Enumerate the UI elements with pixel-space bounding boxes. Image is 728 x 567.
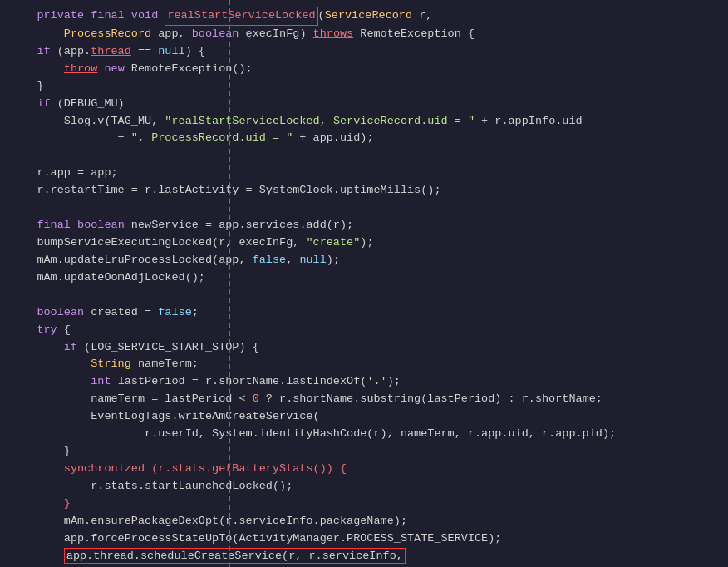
line-text: + ", ProcessRecord.uid = " + app.uid); xyxy=(10,130,718,147)
line-text: if (LOG_SERVICE_START_STOP) { xyxy=(10,339,718,357)
code-line: + ", ProcessRecord.uid = " + app.uid); xyxy=(0,130,728,147)
code-line: } xyxy=(0,78,728,96)
code-line: r.userId, System.identityHashCode(r), na… xyxy=(0,426,728,443)
code-line: try { xyxy=(0,322,728,339)
line-text: Slog.v(TAG_MU, "realStartServiceLocked, … xyxy=(10,113,718,131)
code-line xyxy=(0,200,728,217)
code-line: mAm.updateOomAdjLocked(); xyxy=(0,269,728,287)
line-text: synchronized (r.stats.getBatteryStats())… xyxy=(10,461,718,478)
code-line: if (LOG_SERVICE_START_STOP) { xyxy=(0,339,728,357)
line-text: mAm.updateLruProcessLocked(app, false, n… xyxy=(10,252,718,269)
line-text: } xyxy=(10,496,718,513)
line-text: if (app.thread == null) { xyxy=(10,43,718,61)
code-line: throw new RemoteException(); xyxy=(0,61,728,78)
code-line: int lastPeriod = r.shortName.lastIndexOf… xyxy=(0,373,728,391)
line-text: final boolean newService = app.services.… xyxy=(10,217,718,234)
code-line: EventLogTags.writeAmCreateService( xyxy=(0,408,728,426)
line-text: private final void realStartServiceLocke… xyxy=(10,7,718,26)
code-line: synchronized (r.stats.getBatteryStats())… xyxy=(0,461,728,478)
code-container: private final void realStartServiceLocke… xyxy=(0,0,728,567)
line-text: } xyxy=(10,443,718,461)
line-text: mAm.updateOomAdjLocked(); xyxy=(10,269,718,287)
code-line: if (app.thread == null) { xyxy=(0,43,728,61)
line-text: String nameTerm; xyxy=(10,356,718,373)
line-text: EventLogTags.writeAmCreateService( xyxy=(10,408,718,426)
line-text: if (DEBUG_MU) xyxy=(10,96,718,113)
line-text: r.userId, System.identityHashCode(r), na… xyxy=(10,426,718,443)
line-text: } xyxy=(10,78,718,96)
code-line: r.stats.startLaunchedLocked(); xyxy=(0,478,728,496)
line-text xyxy=(10,200,718,217)
line-text: r.restartTime = r.lastActivity = SystemC… xyxy=(10,182,718,200)
code-line: if (DEBUG_MU) xyxy=(0,96,728,113)
code-line: String nameTerm; xyxy=(0,356,728,373)
code-line xyxy=(0,287,728,304)
line-text: app.thread.scheduleCreateService(r, r.se… xyxy=(10,548,718,565)
line-text: ProcessRecord app, boolean execInFg) thr… xyxy=(10,26,718,43)
code-line: mAm.updateLruProcessLocked(app, false, n… xyxy=(0,252,728,269)
code-line xyxy=(0,147,728,165)
code-line: } xyxy=(0,443,728,461)
line-text: app.forceProcessStateUpTo(ActivityManage… xyxy=(10,530,718,548)
code-line: } xyxy=(0,496,728,513)
code-line: bumpServiceExecutingLocked(r, execInFg, … xyxy=(0,234,728,252)
line-text: try { xyxy=(10,322,718,339)
line-text: throw new RemoteException(); xyxy=(10,61,718,78)
line-text xyxy=(10,287,718,304)
code-line: r.app = app; xyxy=(0,165,728,182)
code-line: ProcessRecord app, boolean execInFg) thr… xyxy=(0,26,728,43)
code-line: mAm.ensurePackageDexOpt(r.serviceInfo.pa… xyxy=(0,513,728,530)
line-text: boolean created = false; xyxy=(10,304,718,322)
line-text xyxy=(10,147,718,165)
code-line: final boolean newService = app.services.… xyxy=(0,217,728,234)
line-text: r.stats.startLaunchedLocked(); xyxy=(10,478,718,496)
code-line: Slog.v(TAG_MU, "realStartServiceLocked, … xyxy=(0,113,728,131)
line-text: mAm.ensurePackageDexOpt(r.serviceInfo.pa… xyxy=(10,513,718,530)
code-line: nameTerm = lastPeriod < 0 ? r.shortName.… xyxy=(0,391,728,408)
line-text: nameTerm = lastPeriod < 0 ? r.shortName.… xyxy=(10,391,718,408)
line-text: int lastPeriod = r.shortName.lastIndexOf… xyxy=(10,373,718,391)
code-line: r.restartTime = r.lastActivity = SystemC… xyxy=(0,182,728,200)
code-line: app.thread.scheduleCreateService(r, r.se… xyxy=(0,548,728,565)
code-line: boolean created = false; xyxy=(0,304,728,322)
code-line: private final void realStartServiceLocke… xyxy=(0,7,728,26)
line-text: r.app = app; xyxy=(10,165,718,182)
code-line: app.forceProcessStateUpTo(ActivityManage… xyxy=(0,530,728,548)
line-text: bumpServiceExecutingLocked(r, execInFg, … xyxy=(10,234,718,252)
